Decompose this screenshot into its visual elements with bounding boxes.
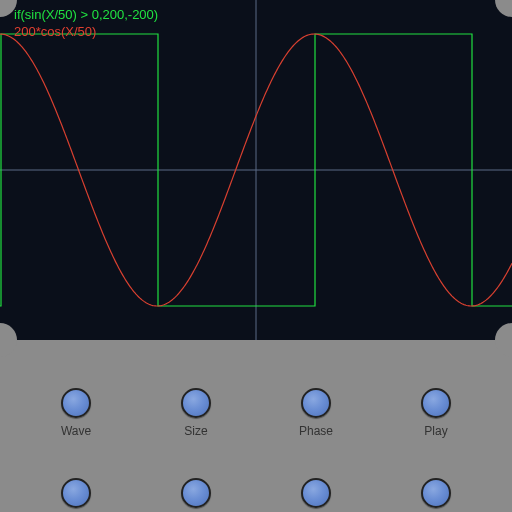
knob-group-6 (156, 478, 236, 512)
oscilloscope-display: if(sin(X/50) > 0,200,-200) 200*cos(X/50) (0, 0, 512, 340)
knob-8[interactable] (421, 478, 451, 508)
knob-group-7 (276, 478, 356, 512)
knob-7[interactable] (301, 478, 331, 508)
trace-legend: if(sin(X/50) > 0,200,-200) 200*cos(X/50) (14, 6, 158, 40)
phase-label: Phase (299, 424, 333, 438)
knob-group-5 (36, 478, 116, 512)
controls-row-1: Wave Size Phase Play (0, 388, 512, 438)
wave-knob[interactable] (61, 388, 91, 418)
knob-group-wave: Wave (36, 388, 116, 438)
play-label: Play (424, 424, 447, 438)
controls-panel: Wave Size Phase Play (0, 340, 512, 512)
knob-group-size: Size (156, 388, 236, 438)
knob-6[interactable] (181, 478, 211, 508)
play-knob[interactable] (421, 388, 451, 418)
trace1-label: if(sin(X/50) > 0,200,-200) (14, 6, 158, 23)
size-label: Size (184, 424, 207, 438)
knob-5[interactable] (61, 478, 91, 508)
controls-row-2 (0, 478, 512, 512)
wave-label: Wave (61, 424, 91, 438)
trace2-label: 200*cos(X/50) (14, 23, 158, 40)
phase-knob[interactable] (301, 388, 331, 418)
oscilloscope-plot (0, 0, 512, 340)
size-knob[interactable] (181, 388, 211, 418)
knob-group-play: Play (396, 388, 476, 438)
knob-group-8 (396, 478, 476, 512)
knob-group-phase: Phase (276, 388, 356, 438)
